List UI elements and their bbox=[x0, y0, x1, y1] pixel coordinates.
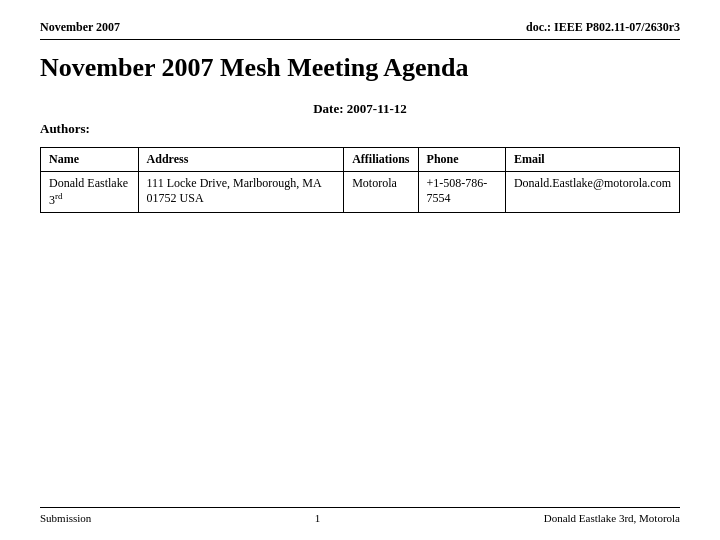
footer-center: 1 bbox=[315, 512, 321, 524]
footer-left: Submission bbox=[40, 512, 91, 524]
page-footer: Submission 1 Donald Eastlake 3rd, Motoro… bbox=[40, 507, 680, 524]
cell-name: Donald Eastlake 3rd bbox=[41, 172, 139, 213]
footer-right: Donald Eastlake 3rd, Motorola bbox=[544, 512, 680, 524]
author-name-sup: rd bbox=[55, 191, 63, 201]
col-email: Email bbox=[505, 148, 679, 172]
cell-affiliations: Motorola bbox=[344, 172, 418, 213]
authors-table: Name Address Affiliations Phone Email Do… bbox=[40, 147, 680, 213]
page-title: November 2007 Mesh Meeting Agenda bbox=[40, 52, 680, 83]
date-line: Date: 2007-11-12 bbox=[40, 101, 680, 117]
header-doc: doc.: IEEE P802.11-07/2630r3 bbox=[526, 20, 680, 35]
header-date: November 2007 bbox=[40, 20, 120, 35]
col-phone: Phone bbox=[418, 148, 505, 172]
cell-address: 111 Locke Drive, Marlborough, MA 01752 U… bbox=[138, 172, 344, 213]
authors-label: Authors: bbox=[40, 121, 680, 137]
col-affiliations: Affiliations bbox=[344, 148, 418, 172]
table-row: Donald Eastlake 3rd 111 Locke Drive, Mar… bbox=[41, 172, 680, 213]
col-name: Name bbox=[41, 148, 139, 172]
cell-email: Donald.Eastlake@motorola.com bbox=[505, 172, 679, 213]
table-header-row: Name Address Affiliations Phone Email bbox=[41, 148, 680, 172]
col-address: Address bbox=[138, 148, 344, 172]
page-header: November 2007 doc.: IEEE P802.11-07/2630… bbox=[40, 20, 680, 40]
page: November 2007 doc.: IEEE P802.11-07/2630… bbox=[0, 0, 720, 540]
cell-phone: +1-508-786-7554 bbox=[418, 172, 505, 213]
